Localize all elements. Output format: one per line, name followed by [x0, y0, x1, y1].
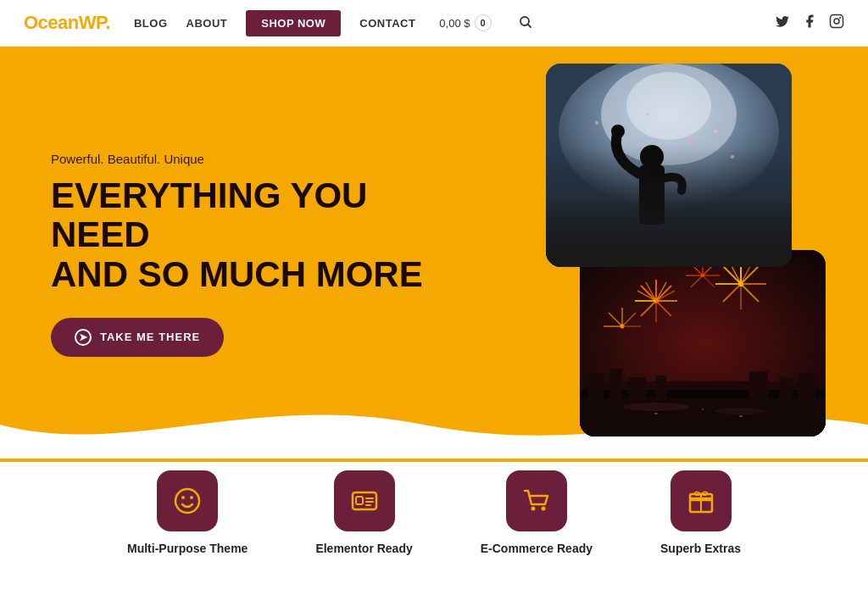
feature-extras: Superb Extras [660, 470, 741, 555]
navbar-right [775, 14, 844, 32]
hero-cta-button[interactable]: ➤ TAKE ME THERE [51, 318, 224, 357]
svg-point-71 [739, 415, 743, 417]
nav-links: BLOG ABOUT SHOP NOW CONTACT [134, 10, 415, 36]
navbar-left: OceanWP. BLOG ABOUT SHOP NOW CONTACT 0,0… [24, 10, 532, 36]
svg-point-11 [646, 113, 649, 116]
svg-point-74 [181, 496, 185, 499]
svg-rect-64 [749, 371, 768, 398]
logo-dot: . [105, 12, 110, 33]
svg-point-10 [714, 130, 717, 133]
svg-rect-60 [588, 373, 604, 398]
svg-rect-18 [546, 199, 792, 267]
svg-point-70 [654, 413, 658, 414]
svg-point-75 [190, 496, 193, 499]
feature-multipurpose: Multi-Purpose Theme [127, 470, 248, 555]
svg-point-69 [715, 408, 766, 414]
features-section: Multi-Purpose Theme Elementor Ready E-Co… [0, 462, 868, 572]
nav-about[interactable]: ABOUT [186, 17, 228, 30]
svg-rect-63 [656, 375, 666, 398]
nav-contact[interactable]: CONTACT [359, 17, 415, 30]
logo[interactable]: OceanWP. [24, 12, 110, 34]
circle-arrow-icon: ➤ [75, 329, 92, 346]
feature-label-extras: Superb Extras [660, 542, 741, 555]
svg-point-17 [611, 125, 625, 138]
svg-rect-62 [629, 377, 646, 398]
hero-section: Powerful. Beautiful. Unique EVERYTHING Y… [0, 47, 868, 462]
concert-visual [546, 64, 792, 267]
svg-point-4 [840, 18, 841, 19]
feature-elementor: Elementor Ready [315, 470, 412, 555]
cart-area[interactable]: 0,00 $ 0 [439, 14, 491, 31]
hero-image-concert [546, 64, 792, 267]
hero-title-line1: EVERYTHING YOU NEED [51, 175, 367, 254]
svg-point-81 [531, 507, 535, 511]
cart-price: 0,00 $ [439, 17, 470, 30]
hero-image-fireworks [580, 250, 826, 437]
svg-point-13 [595, 121, 598, 125]
svg-point-73 [175, 489, 199, 513]
nav-blog[interactable]: BLOG [134, 17, 168, 30]
facebook-icon[interactable] [802, 14, 817, 32]
hero-cta-label: TAKE ME THERE [100, 331, 200, 343]
svg-point-12 [687, 137, 693, 142]
feature-ecommerce: E-Commerce Ready [481, 470, 593, 555]
feature-label-ecommerce: E-Commerce Ready [481, 542, 593, 555]
feature-label-elementor: Elementor Ready [315, 542, 412, 555]
hero-title-line2: AND SO MUCH MORE [51, 254, 423, 294]
hero-content: Powerful. Beautiful. Unique EVERYTHING Y… [51, 152, 424, 357]
feature-icon-multipurpose [157, 470, 218, 531]
navbar: OceanWP. BLOG ABOUT SHOP NOW CONTACT 0,0… [0, 0, 868, 47]
feature-icon-elementor [334, 470, 395, 531]
hero-title: EVERYTHING YOU NEED AND SO MUCH MORE [51, 176, 424, 294]
nav-shop-now[interactable]: SHOP NOW [246, 10, 341, 36]
cart-badge: 0 [475, 14, 492, 31]
svg-rect-61 [609, 369, 622, 398]
twitter-icon[interactable] [775, 14, 790, 32]
search-icon[interactable] [519, 15, 532, 31]
svg-rect-2 [831, 15, 843, 28]
svg-point-3 [834, 19, 839, 24]
svg-rect-15 [639, 165, 665, 225]
logo-text: OceanWP [24, 12, 105, 33]
svg-line-1 [527, 24, 531, 27]
svg-point-68 [622, 403, 690, 411]
feature-label-multipurpose: Multi-Purpose Theme [127, 542, 248, 555]
svg-rect-77 [356, 497, 363, 504]
svg-point-9 [611, 146, 616, 151]
feature-icon-extras [670, 470, 732, 531]
svg-rect-65 [779, 377, 793, 398]
svg-rect-66 [798, 373, 815, 398]
svg-point-16 [640, 145, 664, 169]
feature-icon-ecommerce [506, 470, 567, 531]
hero-subtitle: Powerful. Beautiful. Unique [51, 152, 424, 166]
instagram-icon[interactable] [829, 14, 844, 32]
svg-point-72 [702, 409, 704, 409]
svg-point-82 [541, 507, 545, 511]
svg-point-14 [731, 155, 734, 158]
svg-point-8 [626, 72, 711, 140]
svg-rect-67 [580, 398, 826, 437]
